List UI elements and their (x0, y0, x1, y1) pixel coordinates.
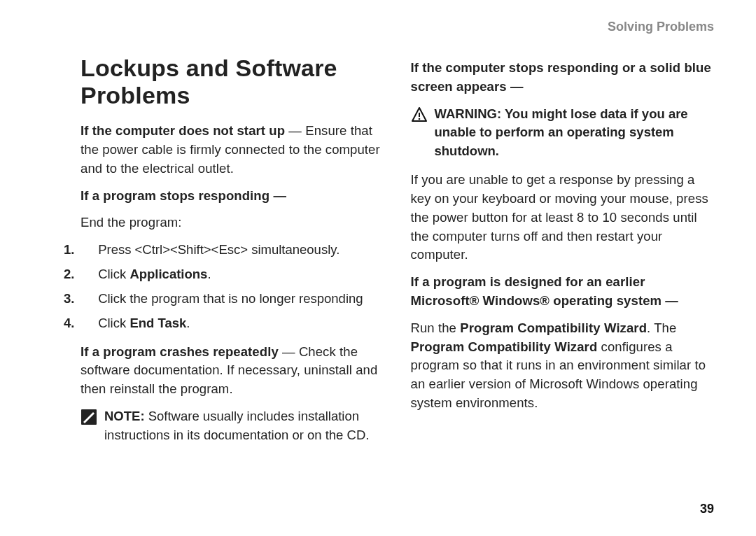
p4-mid: . The (647, 320, 676, 335)
para-end-program: End the program: (80, 213, 384, 232)
p4-b1: Program Compatibility Wizard (460, 320, 647, 335)
step-num: 1. (80, 241, 94, 260)
step-3: 3. Click the program that is no longer r… (80, 290, 384, 309)
step-text: Click the program that is no longer resp… (98, 291, 363, 306)
step-num: 2. (80, 265, 94, 284)
content-columns: Lockups and Software Problems If the com… (80, 55, 714, 455)
para-crashes: If a program crashes repeatedly — Check … (80, 343, 384, 399)
para-crashes-lead: If a program crashes repeatedly (80, 344, 279, 359)
note-body: Software usually includes installation i… (104, 409, 369, 442)
page-number: 39 (700, 502, 714, 516)
left-column: Lockups and Software Problems If the com… (80, 55, 384, 455)
para-compat-wizard: Run the Program Compatibility Wizard. Th… (411, 319, 715, 413)
svg-point-2 (418, 118, 420, 120)
para-power-button: If you are unable to get a response by p… (411, 171, 715, 265)
step-bold: Applications (130, 267, 207, 281)
para-bluescreen-lead: If the computer stops responding or a so… (411, 60, 711, 94)
note-callout: NOTE: Software usually includes installa… (80, 407, 384, 445)
dash: — (285, 123, 305, 138)
step-num: 3. (80, 290, 94, 309)
warning-callout: WARNING: You might lose data if you are … (411, 105, 715, 161)
right-column: If the computer stops responding or a so… (411, 55, 715, 455)
para-program-stops-lead: If a program stops responding — (80, 188, 286, 203)
para-program-stops: If a program stops responding — (80, 187, 384, 206)
warning-icon (411, 106, 428, 123)
note-label: NOTE: (104, 409, 145, 423)
steps-list: 1. Press <Ctrl><Shift><Esc> simultaneous… (80, 241, 384, 332)
step-num: 4. (80, 314, 94, 333)
step-1: 1. Press <Ctrl><Shift><Esc> simultaneous… (80, 241, 384, 260)
step-4: 4. Click End Task. (80, 314, 384, 333)
step-pre: Click (98, 316, 130, 330)
warning-text: WARNING: You might lose data if you are … (435, 105, 715, 161)
p4-b2: Program Compatibility Wizard (411, 339, 598, 354)
step-2: 2. Click Applications. (80, 265, 384, 284)
p4-pre: Run the (411, 320, 461, 335)
para-earlier-windows-lead: If a program is designed for an earlier … (411, 274, 678, 308)
step-text: Press <Ctrl><Shift><Esc> simultaneously. (98, 242, 340, 257)
step-post: . (207, 267, 211, 281)
step-pre: Click (98, 267, 130, 281)
step-post: . (186, 316, 190, 330)
step-bold: End Task (130, 316, 186, 330)
section-title: Lockups and Software Problems (80, 55, 384, 109)
para-bluescreen: If the computer stops responding or a so… (411, 59, 715, 97)
para-startup-lead: If the computer does not start up (80, 123, 285, 138)
running-header: Solving Problems (608, 20, 714, 34)
note-icon (80, 409, 97, 425)
para-earlier-windows: If a program is designed for an earlier … (411, 273, 715, 311)
note-text: NOTE: Software usually includes installa… (104, 407, 384, 445)
para-startup: If the computer does not start up — Ensu… (80, 122, 384, 178)
dash: — (279, 344, 299, 359)
